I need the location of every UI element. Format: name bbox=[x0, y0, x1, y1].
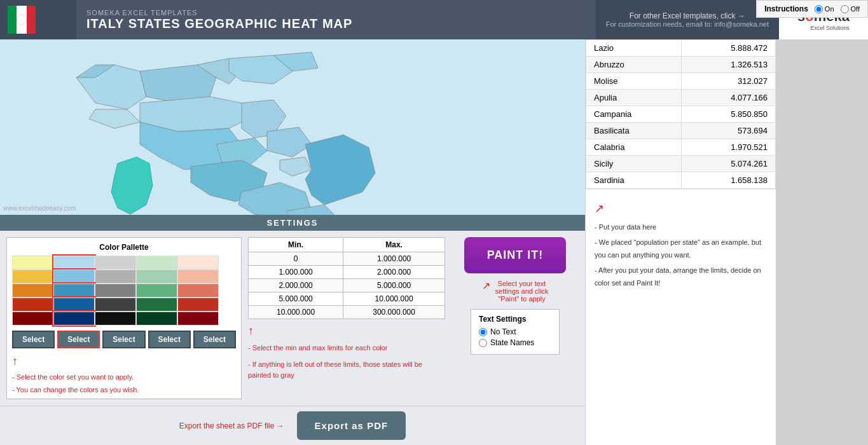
palette-note-1: - Select the color set you want to apply… bbox=[12, 373, 236, 381]
region-name: Sardinia bbox=[586, 172, 682, 189]
minmax-row-0: 01.000.000 bbox=[249, 252, 445, 266]
table-row: Sicily5.074.261 bbox=[586, 156, 776, 172]
color-cell-1-0[interactable] bbox=[12, 270, 53, 284]
color-palette-row-0 bbox=[12, 256, 236, 270]
color-cell-3-2[interactable] bbox=[95, 298, 136, 312]
minmax-max-3[interactable]: 10.000.000 bbox=[343, 292, 445, 306]
color-cell-2-4[interactable] bbox=[177, 284, 219, 298]
color-cell-3-0[interactable] bbox=[12, 298, 53, 312]
minmax-section: Min.Max.01.000.0001.000.0002.000.0002.00… bbox=[248, 237, 445, 399]
minmax-row-1: 1.000.0002.000.000 bbox=[249, 266, 445, 279]
minmax-min-2[interactable]: 2.000.000 bbox=[249, 279, 343, 292]
select-buttons: SelectSelectSelectSelectSelect bbox=[12, 331, 236, 348]
color-cell-2-3[interactable] bbox=[136, 284, 177, 298]
palette-note-area: ↑ - Select the color set you want to app… bbox=[12, 355, 236, 394]
table-row: Apulia4.077.166 bbox=[586, 90, 776, 106]
no-text-option[interactable]: No Text bbox=[479, 327, 551, 336]
table-row: Molise312.027 bbox=[586, 73, 776, 90]
color-palette-section: Color Pallette SelectSelectSelectSelectS… bbox=[6, 237, 242, 399]
left-main: www.excelmadeeasy.com SETTINGS Color Pal… bbox=[0, 39, 585, 445]
instructions-off-radio[interactable] bbox=[841, 5, 849, 13]
palette-arrow-icon: ↑ bbox=[12, 355, 236, 368]
header: SOMEKA EXCEL TEMPLATES ITALY STATES GEOG… bbox=[0, 0, 868, 39]
color-cell-0-0[interactable] bbox=[12, 256, 53, 270]
watermark: www.excelmadeeasy.com bbox=[3, 205, 76, 212]
paint-note-arrow: ↗ Select your text settings and click "P… bbox=[482, 280, 549, 303]
table-row: Campania5.850.850 bbox=[586, 106, 776, 123]
settings-container: SETTINGS Color Pallette SelectSelectSele… bbox=[0, 215, 585, 445]
svg-rect-1 bbox=[17, 6, 27, 34]
no-text-label: No Text bbox=[490, 327, 516, 336]
minmax-min-1[interactable]: 1.000.000 bbox=[249, 266, 343, 279]
select-btn-2[interactable]: Select bbox=[102, 331, 145, 348]
color-cell-2-2[interactable] bbox=[95, 284, 136, 298]
color-cell-4-4[interactable] bbox=[177, 312, 219, 325]
color-cell-4-1[interactable] bbox=[53, 312, 95, 325]
state-names-label: State Names bbox=[490, 338, 534, 347]
region-value: 312.027 bbox=[682, 73, 776, 90]
color-cell-3-1[interactable] bbox=[53, 298, 95, 312]
color-cell-1-4[interactable] bbox=[177, 270, 219, 284]
minmax-min-0[interactable]: 0 bbox=[249, 252, 343, 266]
color-palette-row-1 bbox=[12, 270, 236, 284]
minmax-max-2[interactable]: 5.000.000 bbox=[343, 279, 445, 292]
select-btn-3[interactable]: Select bbox=[148, 331, 191, 348]
info-box: ↗ - Put your data here - We placed "popu… bbox=[586, 189, 776, 301]
header-subtitle: SOMEKA EXCEL TEMPLATES bbox=[86, 9, 586, 17]
color-cell-0-2[interactable] bbox=[95, 256, 136, 270]
minmax-max-4[interactable]: 300.000.000 bbox=[343, 306, 445, 319]
color-cell-4-3[interactable] bbox=[136, 312, 177, 325]
minmax-row-3: 5.000.00010.000.000 bbox=[249, 292, 445, 306]
instructions-on-radio[interactable] bbox=[815, 5, 823, 13]
color-cell-1-3[interactable] bbox=[136, 270, 177, 284]
select-btn-4[interactable]: Select bbox=[193, 331, 236, 348]
export-button[interactable]: Export as PDF bbox=[297, 411, 406, 440]
region-value: 4.077.166 bbox=[682, 90, 776, 106]
minmax-min-3[interactable]: 5.000.000 bbox=[249, 292, 343, 306]
state-names-option[interactable]: State Names bbox=[479, 338, 551, 347]
main-content: www.excelmadeeasy.com SETTINGS Color Pal… bbox=[0, 39, 868, 445]
logo-area bbox=[0, 0, 76, 39]
color-cell-1-1[interactable] bbox=[53, 270, 95, 284]
instructions-off-option[interactable]: Off bbox=[841, 5, 860, 13]
no-text-radio[interactable] bbox=[479, 328, 487, 336]
minmax-max-1[interactable]: 2.000.000 bbox=[343, 266, 445, 279]
color-cell-2-0[interactable] bbox=[12, 284, 53, 298]
color-cell-0-1[interactable] bbox=[53, 256, 95, 270]
color-cell-4-2[interactable] bbox=[95, 312, 136, 325]
color-cell-3-3[interactable] bbox=[136, 298, 177, 312]
region-name: Calabria bbox=[586, 139, 682, 156]
region-value: 1.970.521 bbox=[682, 139, 776, 156]
color-cell-2-1[interactable] bbox=[53, 284, 95, 298]
paint-button[interactable]: PAINT IT! bbox=[464, 237, 566, 273]
header-title: ITALY STATES GEOGRAPHIC HEAT MAP bbox=[86, 17, 586, 31]
state-names-radio[interactable] bbox=[479, 339, 487, 347]
region-name: Lazio bbox=[586, 40, 682, 57]
color-palette-row-2 bbox=[12, 284, 236, 298]
color-cell-0-3[interactable] bbox=[136, 256, 177, 270]
color-cell-0-4[interactable] bbox=[177, 256, 219, 270]
select-btn-1[interactable]: Select bbox=[57, 331, 100, 348]
minmax-row-4: 10.000.000300.000.000 bbox=[249, 306, 445, 319]
header-right: For other Excel templates, click → For c… bbox=[596, 0, 779, 39]
minmax-min-4[interactable]: 10.000.000 bbox=[249, 306, 343, 319]
paint-note-2: settings and click bbox=[495, 287, 549, 295]
select-btn-0[interactable]: Select bbox=[12, 331, 55, 348]
palette-note-2: - You can change the colors as you wish. bbox=[12, 386, 236, 394]
color-palette-row-4 bbox=[12, 312, 236, 325]
instructions-on-option[interactable]: On bbox=[815, 5, 834, 13]
table-row: Sardinia1.658.138 bbox=[586, 172, 776, 189]
paint-area: PAINT IT! ↗ Select your text settings an… bbox=[451, 237, 579, 399]
right-sidebar: Lazio5.888.472Abruzzo1.326.513Molise312.… bbox=[585, 39, 776, 445]
paint-note-1: Select your text bbox=[498, 280, 546, 287]
paint-note-3: "Paint" to apply bbox=[498, 295, 545, 303]
instructions-off-label: Off bbox=[851, 5, 860, 13]
paint-note-text: Select your text settings and click "Pai… bbox=[495, 280, 549, 303]
color-cell-4-0[interactable] bbox=[12, 312, 53, 325]
minmax-note-2: - If anything is left out of these limit… bbox=[248, 359, 445, 381]
region-value: 1.326.513 bbox=[682, 57, 776, 73]
color-cell-3-4[interactable] bbox=[177, 298, 219, 312]
italy-flag-icon bbox=[8, 6, 36, 34]
color-cell-1-2[interactable] bbox=[95, 270, 136, 284]
minmax-max-0[interactable]: 1.000.000 bbox=[343, 252, 445, 266]
